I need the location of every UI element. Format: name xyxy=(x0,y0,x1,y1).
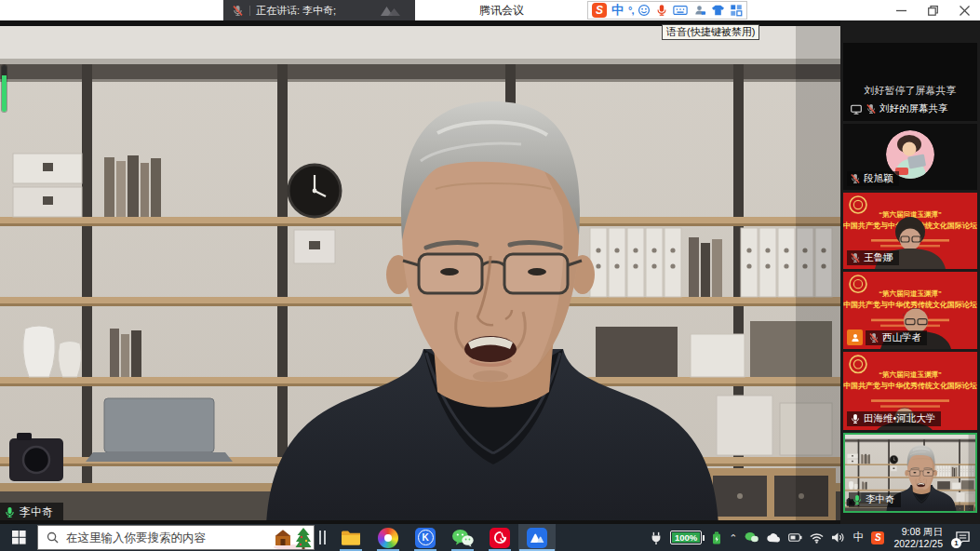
speaker-name: 李中奇 xyxy=(20,504,53,520)
battery-app-icon[interactable] xyxy=(712,531,721,544)
windows-taskbar: K xyxy=(0,524,980,551)
wechat-icon xyxy=(451,529,474,547)
tile-screen-share[interactable]: 刘好暂停了屏幕共享 刘好的屏幕共享 xyxy=(843,43,977,121)
toolbox-icon[interactable] xyxy=(730,4,743,17)
power-saver-icon[interactable] xyxy=(788,532,802,543)
clock-time: 9:08 周日 xyxy=(893,526,943,538)
christmas-decoration-icon xyxy=(273,526,312,549)
taskbar-app-kdocs[interactable]: K xyxy=(407,524,444,551)
participant-name: 李中奇 xyxy=(866,493,895,506)
participants-sidebar: 刘好暂停了屏幕共享 刘好的屏幕共享 xyxy=(840,20,980,524)
kdocs-icon: K xyxy=(415,528,436,548)
color-wheel-icon xyxy=(378,528,398,548)
person-icon xyxy=(850,332,861,343)
tile-participant-tianhaiwei[interactable]: 田海维•河北大学 xyxy=(843,352,977,430)
divider xyxy=(249,6,250,16)
participant-name-chip: 田海维•河北大学 xyxy=(847,411,941,426)
tencent-meeting-logo-icon xyxy=(375,4,407,18)
tray-overflow-chevron-icon[interactable]: ⌃ xyxy=(729,532,737,544)
speaker-video-feed xyxy=(0,26,840,520)
participant-name: 田海维•河北大学 xyxy=(864,412,935,425)
windows-logo-icon xyxy=(12,531,26,544)
power-plug-icon[interactable] xyxy=(650,531,663,544)
netease-music-icon xyxy=(490,528,510,548)
window-controls xyxy=(885,0,980,20)
mic-speaking-icon xyxy=(852,494,863,505)
participant-name: 段旭颖 xyxy=(864,172,893,185)
tile-participant-xishanxuezhe[interactable]: 西山学者 xyxy=(843,272,977,349)
participant-name-chip: 李中奇 xyxy=(849,492,901,507)
minimize-button[interactable] xyxy=(885,0,917,20)
tile-participant-duanxuying[interactable]: 段旭颖 xyxy=(843,124,977,190)
skin-theme-icon[interactable] xyxy=(711,4,725,17)
taskbar-app-file-explorer[interactable] xyxy=(332,524,369,551)
participant-name-chip: 西山学者 xyxy=(866,330,927,345)
action-center-button[interactable]: 1 xyxy=(952,528,973,548)
speaking-indicator-tab[interactable]: 正在讲话: 李中奇; xyxy=(223,0,415,20)
system-tray: 100% ⌃ xyxy=(650,526,980,549)
soft-keyboard-icon[interactable] xyxy=(673,4,688,17)
participant-name: 刘好的屏幕共享 xyxy=(879,102,948,115)
search-icon xyxy=(47,531,59,544)
sogou-ime-toolbar: S 中 °, xyxy=(587,1,747,20)
close-button[interactable] xyxy=(948,0,980,20)
audio-level-meter xyxy=(2,65,7,112)
taskbar-app-tencent-meeting[interactable] xyxy=(518,524,556,551)
voice-input-icon[interactable] xyxy=(655,4,668,17)
mic-muted-icon xyxy=(868,332,879,343)
ime-punctuation-toggle[interactable]: °, xyxy=(628,5,633,16)
wifi-icon[interactable] xyxy=(810,532,824,544)
taskbar-app-wechat[interactable] xyxy=(444,524,481,551)
restore-button[interactable] xyxy=(917,0,948,20)
sogou-logo-icon[interactable]: S xyxy=(592,3,607,18)
ime-language-toggle[interactable]: 中 xyxy=(611,2,624,19)
taskbar-search-box[interactable] xyxy=(37,525,315,550)
screen-share-paused-message: 刘好暂停了屏幕共享 xyxy=(843,84,977,98)
tile-participant-wangluna[interactable]: 王鲁娜 xyxy=(843,193,977,269)
participant-name-chip: 段旭颖 xyxy=(847,171,899,186)
clock-date: 2022/12/25 xyxy=(893,538,943,550)
participant-name-chip: 王鲁娜 xyxy=(847,250,899,265)
ime-tooltip: 语音(快捷键被禁用) xyxy=(662,24,759,40)
taskbar-app-color-wheel[interactable] xyxy=(369,524,407,551)
speaker-name-chip: 李中奇 xyxy=(0,503,63,522)
taskbar-app-netease-music[interactable] xyxy=(481,524,518,551)
sogou-tray-icon[interactable]: S xyxy=(871,531,884,544)
battery-status[interactable]: 100% xyxy=(670,531,705,544)
file-explorer-icon xyxy=(341,530,361,546)
participant-name-chip: 刘好的屏幕共享 xyxy=(847,101,954,116)
wechat-tray-icon[interactable] xyxy=(745,531,758,544)
ime-language-indicator[interactable]: 中 xyxy=(852,530,864,545)
screen-share-icon xyxy=(850,103,863,115)
notification-count-badge: 1 xyxy=(951,538,961,548)
desktop-screen: 正在讲话: 李中奇; 腾讯会议 S 中 °, xyxy=(0,0,980,551)
task-view-button[interactable] xyxy=(319,531,326,544)
mic-muted-icon xyxy=(232,5,244,17)
onedrive-cloud-icon[interactable] xyxy=(766,532,781,543)
mic-muted-icon xyxy=(866,103,877,114)
tile-participant-lizhongqi-active[interactable]: 李中奇 xyxy=(843,433,977,513)
participant-name: 西山学者 xyxy=(882,331,921,344)
host-person-badge xyxy=(847,329,863,345)
mic-muted-icon xyxy=(850,252,861,263)
mic-active-icon xyxy=(4,506,16,518)
main-video-area: 李中奇 xyxy=(0,20,840,524)
window-titlebar: 正在讲话: 李中奇; 腾讯会议 S 中 °, xyxy=(0,0,980,20)
volume-icon[interactable] xyxy=(831,531,845,544)
search-input[interactable] xyxy=(64,531,267,545)
battery-percent: 100% xyxy=(672,532,700,543)
start-button[interactable] xyxy=(0,524,37,551)
app-title: 腾讯会议 xyxy=(415,0,588,20)
input-assistant-icon[interactable] xyxy=(692,4,706,17)
taskbar-clock[interactable]: 9:08 周日 2022/12/25 xyxy=(893,526,943,549)
mic-on-icon xyxy=(850,413,861,424)
tencent-meeting-icon xyxy=(527,528,547,548)
speaking-label: 正在讲话: 李中奇; xyxy=(256,4,336,18)
mic-muted-icon xyxy=(850,173,861,184)
participant-name: 王鲁娜 xyxy=(864,251,893,264)
emoji-picker-icon[interactable] xyxy=(638,4,651,17)
